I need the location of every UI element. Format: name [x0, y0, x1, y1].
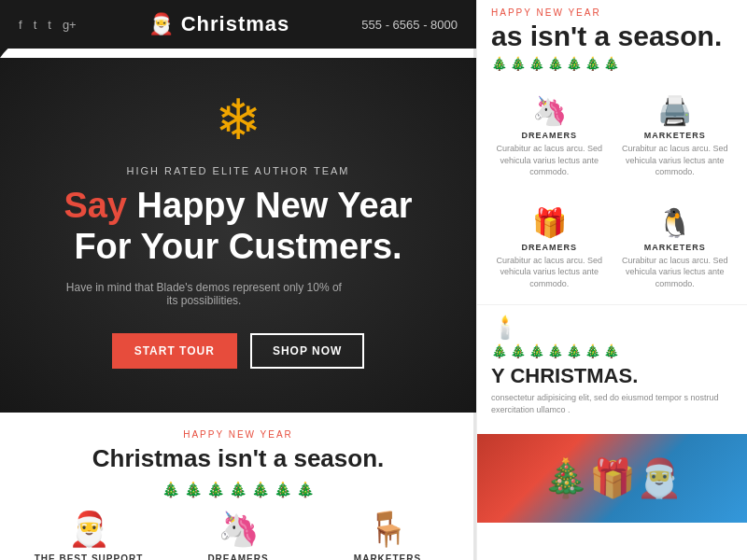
right-marketers-name-2: MARKETERS [620, 243, 731, 252]
right-dreamers-name-1: DREAMERS [494, 131, 605, 140]
right-marketers-icon-1: 🖨️ [620, 94, 731, 127]
rt-1: 🎄 [491, 56, 507, 71]
dreamers-icon: 🦄 [177, 510, 299, 549]
tree-7: 🎄 [296, 481, 315, 498]
service-marketers: 🪑 MARKETERS [327, 510, 448, 560]
right-dreamers-desc-1: Curabitur ac lacus arcu. Sed vehicula va… [494, 143, 605, 178]
header: f t t g+ 🎅 Christmas 555 - 6565 - 8000 [0, 0, 476, 49]
hero-description: Have in mind that Blade's demos represen… [63, 281, 344, 307]
snowflake-icon: ❄ [63, 92, 412, 148]
section-label: HAPPY NEW YEAR [19, 429, 458, 440]
phone-number: 555 - 6565 - 8000 [361, 18, 458, 32]
service-support: 🎅 THE BEST SUPPORT [28, 510, 149, 560]
rt-4: 🎄 [547, 56, 563, 71]
marketers-icon: 🪑 [327, 510, 448, 549]
merry-trees: 🎄 🎄 🎄 🎄 🎄 🎄 🎄 [491, 343, 733, 358]
service-dreamers-label: DREAMERS [177, 553, 299, 560]
tree-2: 🎄 [184, 481, 203, 498]
right-dreamers-desc-2: Curabitur ac lacus arcu. Sed vehicula va… [494, 255, 605, 290]
mt-1: 🎄 [491, 343, 507, 358]
merry-christmas-section: 🕯️ 🎄 🎄 🎄 🎄 🎄 🎄 🎄 Y CHRISTMAS. consectetu… [477, 304, 747, 434]
hero-buttons: START TOUR SHOP NOW [63, 333, 412, 369]
right-big-title: as isn't a season. [491, 21, 733, 51]
service-dreamers: 🦄 DREAMERS [177, 510, 299, 560]
merry-title: Y CHRISTMAS. [491, 364, 733, 388]
right-top: HAPPY NEW YEAR as isn't a season. 🎄 🎄 🎄 … [477, 0, 747, 71]
bottom-section: HAPPY NEW YEAR Christmas isn't a season.… [0, 413, 476, 560]
right-service-dreamers-1: 🦄 DREAMERS Curabitur ac lacus arcu. Sed … [486, 85, 613, 188]
section-title: Christmas isn't a season. [19, 444, 458, 473]
services-row: 🎅 THE BEST SUPPORT 🦄 DREAMERS 🪑 MARKETER… [19, 510, 458, 560]
hero-subtitle: HIGH RATED ELITE AUTHOR TEAM [63, 165, 412, 176]
main-section: f t t g+ 🎅 Christmas 555 - 6565 - 8000 ❄… [0, 0, 476, 560]
right-label: HAPPY NEW YEAR [491, 7, 733, 18]
rt-7: 🎄 [603, 56, 619, 71]
right-marketers-desc-1: Curabitur ac lacus arcu. Sed vehicula va… [620, 143, 731, 178]
start-tour-button[interactable]: START TOUR [112, 333, 237, 369]
twitter-icon[interactable]: t [34, 18, 37, 32]
right-panel: HAPPY NEW YEAR as isn't a season. 🎄 🎄 🎄 … [476, 0, 747, 560]
right-service-dreamers-2: 🎁 DREAMERS Curabitur ac lacus arcu. Sed … [486, 197, 613, 300]
right-dreamers-name-2: DREAMERS [494, 243, 605, 252]
right-marketers-name-1: MARKETERS [620, 131, 731, 140]
mt-7: 🎄 [603, 343, 619, 358]
site-title: Christmas [181, 12, 290, 36]
facebook-icon[interactable]: f [19, 18, 22, 32]
mt-5: 🎄 [566, 343, 582, 358]
right-marketers-desc-2: Curabitur ac lacus arcu. Sed vehicula va… [620, 255, 731, 290]
merry-desc: consectetur adipisicing elit, sed do eiu… [491, 392, 733, 417]
tree-5: 🎄 [251, 481, 270, 498]
rt-2: 🎄 [510, 56, 526, 71]
rt-6: 🎄 [585, 56, 600, 71]
mt-2: 🎄 [510, 343, 526, 358]
tree-4: 🎄 [229, 481, 247, 498]
mt-3: 🎄 [529, 343, 544, 358]
right-photo: 🎄🎁🎅 [477, 434, 747, 523]
right-services-row2: 🎁 DREAMERS Curabitur ac lacus arcu. Sed … [477, 192, 747, 304]
rt-5: 🎄 [566, 56, 582, 71]
right-gift-icon: 🎁 [494, 206, 605, 239]
shop-now-button[interactable]: SHOP NOW [250, 333, 364, 369]
hero-content: ❄ HIGH RATED ELITE AUTHOR TEAM Say Happy… [63, 92, 412, 369]
tree-3: 🎄 [206, 481, 225, 498]
hero-title: Say Happy New YearFor Your Custmers. [63, 186, 412, 267]
candle-icon: 🕯️ [491, 315, 733, 341]
right-services-row1: 🦄 DREAMERS Curabitur ac lacus arcu. Sed … [477, 80, 747, 192]
rt-3: 🎄 [529, 56, 544, 71]
santa-icon: 🎅 [148, 12, 174, 36]
right-penguin-icon: 🐧 [620, 206, 731, 239]
mt-6: 🎄 [585, 343, 600, 358]
social-links: f t t g+ [19, 18, 77, 32]
photo-icon: 🎄🎁🎅 [543, 456, 683, 500]
santa-hat-icon: 🎅 [28, 510, 149, 549]
logo: 🎅 Christmas [148, 12, 290, 36]
tree-6: 🎄 [274, 481, 292, 498]
panel-divider [473, 0, 476, 560]
right-service-marketers-2: 🐧 MARKETERS Curabitur ac lacus arcu. Sed… [613, 197, 739, 300]
hero-section: ❄ HIGH RATED ELITE AUTHOR TEAM Say Happy… [0, 49, 476, 413]
hero-title-say: Say [63, 186, 127, 225]
right-dreamers-icon-1: 🦄 [494, 94, 605, 127]
right-trees: 🎄 🎄 🎄 🎄 🎄 🎄 🎄 [491, 56, 733, 71]
right-service-marketers-1: 🖨️ MARKETERS Curabitur ac lacus arcu. Se… [613, 85, 739, 188]
tree-1: 🎄 [162, 481, 180, 498]
service-marketers-label: MARKETERS [327, 553, 448, 560]
mt-4: 🎄 [547, 343, 563, 358]
trees-decoration: 🎄 🎄 🎄 🎄 🎄 🎄 🎄 [19, 481, 458, 498]
service-support-label: THE BEST SUPPORT [28, 553, 149, 560]
googleplus-icon[interactable]: g+ [63, 18, 77, 32]
tumblr-icon[interactable]: t [48, 18, 51, 32]
